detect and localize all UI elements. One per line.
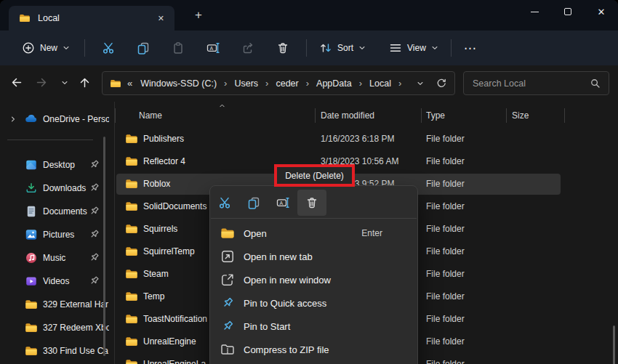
- share-button[interactable]: [233, 35, 262, 61]
- address-dropdown-button[interactable]: [417, 80, 424, 87]
- column-resize-handle[interactable]: [421, 108, 422, 123]
- close-icon: ✕: [598, 7, 606, 17]
- folder-icon: [25, 321, 38, 334]
- breadcrumb-user[interactable]: ceder: [273, 77, 300, 90]
- menu-item-open-new-tab[interactable]: Open in new tab: [210, 245, 417, 268]
- copy-button[interactable]: [239, 190, 268, 216]
- column-header-size[interactable]: Size: [512, 110, 529, 121]
- rename-icon: [276, 196, 289, 209]
- sidebar-item-desktop[interactable]: Desktop: [0, 153, 109, 177]
- delete-button[interactable]: [268, 35, 297, 61]
- breadcrumb-overflow[interactable]: «: [126, 78, 134, 89]
- rename-icon: [206, 41, 220, 54]
- address-folder-icon: [110, 78, 121, 89]
- folder-icon: [25, 344, 38, 357]
- file-row-reflector4[interactable]: Reflector 4 3/18/2023 10:56 AM File fold…: [115, 150, 618, 173]
- breadcrumb-separator: ›: [398, 78, 402, 89]
- breadcrumb-separator: ›: [265, 78, 269, 89]
- minimize-button[interactable]: [518, 0, 551, 23]
- trash-icon: [276, 41, 289, 54]
- close-button[interactable]: ✕: [585, 0, 618, 23]
- breadcrumb-drive[interactable]: Windows-SSD (C:): [138, 77, 219, 90]
- copy-button[interactable]: [129, 35, 158, 61]
- menu-item-open[interactable]: Open Enter: [210, 222, 417, 245]
- recent-locations-button[interactable]: [54, 72, 76, 94]
- sidebar-item-pictures[interactable]: Pictures: [0, 223, 109, 246]
- downloads-icon: [25, 182, 38, 195]
- sidebar-item-videos[interactable]: Videos: [0, 270, 109, 293]
- file-type: File folder: [426, 269, 465, 279]
- file-list-scrollbar[interactable]: [613, 325, 615, 364]
- tab-close-icon[interactable]: ✕: [155, 12, 167, 25]
- menu-item-label: Pin to Quick access: [244, 298, 407, 309]
- expand-chevron-icon[interactable]: [9, 116, 17, 123]
- sidebar-item-329-external[interactable]: 329 External Har: [0, 293, 109, 316]
- cut-button[interactable]: [94, 35, 123, 61]
- column-resize-handle[interactable]: [564, 108, 565, 123]
- search-box[interactable]: [463, 71, 609, 95]
- menu-item-pin-to-start[interactable]: Pin to Start: [210, 315, 417, 338]
- explorer-tab-local[interactable]: Local ✕: [9, 6, 174, 31]
- more-options-button[interactable]: ⋯: [457, 35, 483, 61]
- music-icon: [25, 251, 38, 264]
- search-input[interactable]: [473, 78, 590, 89]
- up-button[interactable]: [74, 72, 96, 94]
- tab-title: Local: [38, 13, 148, 23]
- menu-item-label: Open: [244, 228, 361, 239]
- sidebar-scrollbar[interactable]: [103, 137, 105, 356]
- toolbar-divider: [306, 39, 307, 57]
- rename-button[interactable]: [198, 35, 228, 61]
- file-name: Roblox: [143, 179, 170, 189]
- maximize-icon: [564, 8, 571, 15]
- sidebar-item-327-redeem[interactable]: 327 Redeem Xbo: [0, 316, 109, 339]
- column-header-type[interactable]: Type: [426, 110, 445, 121]
- new-plus-icon: [22, 41, 35, 54]
- copy-icon: [137, 41, 150, 54]
- paste-button[interactable]: [164, 35, 193, 61]
- folder-icon: [125, 132, 138, 145]
- navigation-pane: OneDrive - Perso Desktop Downloads Docum…: [0, 102, 109, 364]
- column-resize-handle[interactable]: [315, 108, 316, 123]
- sidebar-item-330-find[interactable]: 330 Find Use Ca: [0, 339, 109, 363]
- rename-button[interactable]: [268, 190, 297, 216]
- menu-item-compress-zip[interactable]: Compress to ZIP file: [210, 338, 417, 361]
- new-tab-button[interactable]: +: [190, 8, 206, 24]
- column-header-date[interactable]: Date modified: [321, 110, 374, 121]
- context-menu: Open Enter Open in new tab Open in new w…: [209, 185, 418, 364]
- column-resize-handle[interactable]: [506, 108, 507, 123]
- breadcrumb-users[interactable]: Users: [232, 77, 260, 90]
- breadcrumb-appdata[interactable]: AppData: [314, 77, 354, 90]
- delete-button[interactable]: [297, 190, 326, 216]
- breadcrumb-separator: ›: [305, 78, 310, 89]
- cut-button[interactable]: [210, 190, 239, 216]
- sidebar-item-onedrive[interactable]: OneDrive - Perso: [0, 108, 109, 131]
- maximize-button[interactable]: [551, 0, 585, 23]
- arrow-right-icon: [35, 76, 48, 89]
- sidebar-item-documents[interactable]: Documents: [0, 200, 109, 223]
- refresh-button[interactable]: [436, 78, 447, 89]
- column-resize-handle[interactable]: [115, 108, 116, 123]
- sidebar-item-downloads[interactable]: Downloads: [0, 177, 109, 200]
- file-type: File folder: [426, 291, 465, 302]
- pictures-icon: [25, 228, 38, 241]
- file-type: File folder: [426, 134, 465, 144]
- pin-icon: [88, 182, 100, 194]
- view-label: View: [407, 43, 426, 53]
- menu-item-open-new-window[interactable]: Open in new window: [210, 268, 417, 291]
- open-new-tab-icon: [220, 249, 235, 264]
- address-bar[interactable]: « Windows-SSD (C:) › Users › ceder › App…: [102, 71, 455, 95]
- new-button[interactable]: New: [16, 37, 76, 59]
- back-button[interactable]: [6, 72, 28, 94]
- folder-icon: [125, 267, 138, 280]
- desktop-icon: [25, 158, 38, 171]
- column-header-name[interactable]: Name: [139, 110, 162, 121]
- file-name: UnrealEngine: [143, 336, 196, 347]
- breadcrumb-local[interactable]: Local: [367, 77, 393, 90]
- file-row-publishers[interactable]: Publishers 1/16/2023 6:18 PM File folder: [115, 128, 618, 150]
- forward-button[interactable]: [31, 72, 52, 94]
- menu-item-pin-quick-access[interactable]: Pin to Quick access: [210, 291, 417, 315]
- minimize-icon: [531, 12, 539, 12]
- view-button[interactable]: View: [382, 37, 445, 59]
- sidebar-item-music[interactable]: Music: [0, 246, 109, 270]
- sort-button[interactable]: Sort: [313, 37, 372, 59]
